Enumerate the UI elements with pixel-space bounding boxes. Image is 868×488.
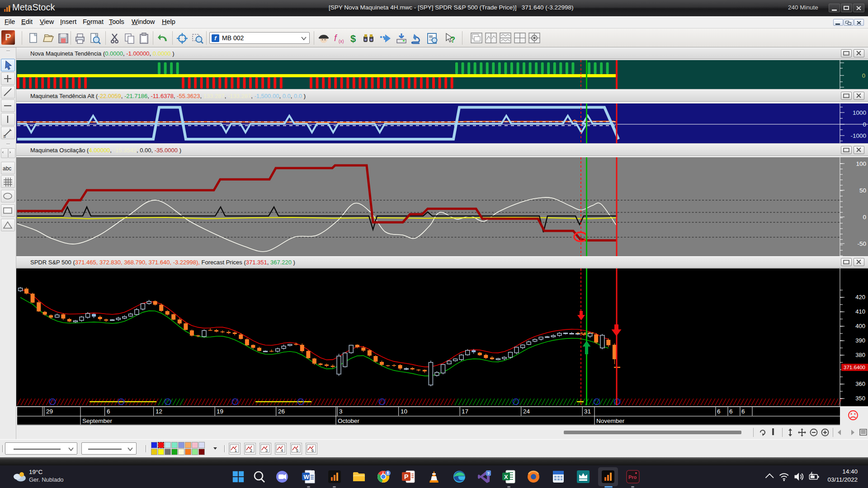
svg-text:September: September bbox=[82, 418, 113, 424]
svg-text:0: 0 bbox=[863, 121, 866, 128]
svg-text:5: 5 bbox=[296, 448, 298, 453]
svg-text:6: 6 bbox=[311, 448, 314, 453]
svg-text:31: 31 bbox=[584, 408, 591, 415]
svg-text:6: 6 bbox=[741, 408, 745, 415]
svg-text:-50: -50 bbox=[857, 240, 866, 247]
svg-text:350: 350 bbox=[855, 395, 865, 402]
svg-text:371.6400: 371.6400 bbox=[844, 365, 865, 370]
svg-text:October: October bbox=[338, 418, 360, 424]
svg-text:4: 4 bbox=[281, 448, 283, 453]
svg-text:17: 17 bbox=[462, 408, 468, 415]
svg-text:400: 400 bbox=[855, 323, 865, 329]
svg-text:410: 410 bbox=[855, 308, 865, 315]
svg-text:P: P bbox=[404, 473, 408, 480]
svg-text:?: ? bbox=[450, 35, 455, 44]
svg-text:3: 3 bbox=[265, 448, 268, 453]
svg-text:1: 1 bbox=[235, 448, 237, 453]
svg-text:360: 360 bbox=[855, 380, 865, 387]
svg-text:420: 420 bbox=[855, 294, 865, 300]
svg-text:6: 6 bbox=[729, 408, 733, 415]
svg-text:f: f bbox=[334, 33, 338, 43]
svg-text:$: $ bbox=[350, 33, 356, 44]
svg-text:abc: abc bbox=[3, 165, 11, 172]
svg-text:100: 100 bbox=[856, 160, 866, 167]
svg-text:3: 3 bbox=[339, 408, 343, 415]
svg-text:(x): (x) bbox=[339, 39, 344, 44]
svg-text:Pro: Pro bbox=[628, 474, 637, 480]
svg-text:X: X bbox=[504, 474, 508, 480]
svg-text:50: 50 bbox=[859, 187, 866, 194]
svg-text:6: 6 bbox=[107, 408, 110, 415]
svg-text:November: November bbox=[596, 418, 625, 424]
svg-text:10: 10 bbox=[401, 408, 407, 415]
svg-text:S: S bbox=[3, 134, 6, 139]
svg-text:0: 0 bbox=[862, 72, 865, 79]
svg-text:29: 29 bbox=[46, 408, 53, 415]
svg-text:26: 26 bbox=[278, 408, 285, 415]
svg-text:2: 2 bbox=[250, 448, 252, 453]
svg-text:W: W bbox=[304, 474, 310, 480]
svg-text:0: 0 bbox=[863, 214, 866, 221]
svg-text:1000: 1000 bbox=[853, 109, 866, 116]
svg-text:380: 380 bbox=[855, 352, 865, 358]
svg-text:?: ? bbox=[487, 471, 490, 476]
svg-text:12: 12 bbox=[156, 408, 162, 415]
svg-text:24: 24 bbox=[523, 408, 530, 415]
svg-text:6: 6 bbox=[717, 408, 721, 415]
svg-text:19: 19 bbox=[217, 408, 223, 415]
svg-text:390: 390 bbox=[855, 337, 865, 344]
svg-text:-1000: -1000 bbox=[850, 132, 866, 139]
